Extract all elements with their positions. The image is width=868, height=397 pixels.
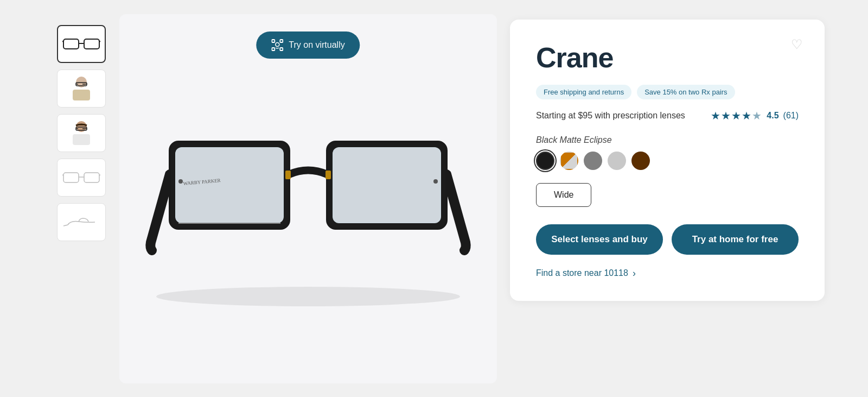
svg-rect-15 [63, 173, 79, 182]
shipping-badge: Free shipping and returns [536, 85, 631, 99]
size-wide-button[interactable]: Wide [536, 183, 591, 207]
color-name: Black Matte Eclipse [536, 135, 799, 145]
page-wrapper: Try on virtually [43, 3, 825, 394]
swatch-tortoise[interactable] [631, 152, 650, 170]
heart-icon: ♡ [791, 37, 803, 52]
thumbnail-sidebar [43, 14, 119, 383]
svg-line-20 [63, 225, 68, 226]
thumbnail-woman[interactable] [57, 114, 106, 152]
svg-rect-23 [272, 48, 275, 51]
try-on-label: Try on virtually [289, 40, 344, 50]
find-store-text: Find a store near 10118 [536, 268, 628, 278]
svg-rect-16 [84, 173, 99, 182]
svg-rect-21 [272, 40, 275, 42]
thumbnail-glasses-front[interactable] [57, 25, 106, 63]
thumbnail-outline[interactable] [57, 159, 106, 197]
wishlist-button[interactable]: ♡ [791, 37, 803, 52]
price-rating-row: Starting at $95 with prescription lenses… [536, 109, 799, 122]
color-swatches [536, 152, 799, 170]
main-image-area: Try on virtually [119, 14, 497, 383]
action-buttons: Select lenses and buy Try at home for fr… [536, 224, 799, 255]
rating-count: (61) [783, 111, 799, 121]
swatch-grey[interactable] [584, 152, 602, 170]
svg-rect-0 [63, 39, 79, 49]
face-scan-icon [271, 39, 283, 51]
badges-container: Free shipping and returns Save 15% on tw… [536, 85, 799, 99]
swatch-black-matte-eclipse[interactable] [536, 152, 554, 170]
svg-point-35 [178, 179, 183, 184]
svg-rect-11 [73, 134, 90, 145]
chevron-right-icon: › [633, 268, 636, 279]
svg-point-38 [156, 287, 460, 306]
svg-rect-6 [73, 90, 90, 100]
size-section: Wide [536, 183, 799, 207]
glasses-svg: WARBY PARKER [140, 90, 476, 307]
save-badge: Save 15% on two Rx pairs [637, 85, 735, 99]
svg-point-36 [433, 179, 438, 184]
svg-rect-22 [280, 40, 283, 42]
swatch-light-grey[interactable] [608, 152, 626, 170]
svg-rect-34 [326, 171, 331, 179]
color-section: Black Matte Eclipse [536, 135, 799, 170]
rating-score: 4.5 [767, 111, 778, 121]
find-store-link[interactable]: Find a store near 10118 › [536, 268, 799, 279]
svg-rect-24 [280, 48, 283, 51]
thumbnail-side-view[interactable] [57, 203, 106, 241]
rating-area: ★★★★★ 4.5 (61) [711, 109, 799, 122]
stars-display: ★★★★★ [711, 109, 762, 122]
svg-rect-31 [333, 147, 441, 223]
try-on-virtually-button[interactable]: Try on virtually [256, 31, 360, 59]
product-panel: ♡ Crane Free shipping and returns Save 1… [510, 20, 825, 301]
select-lenses-buy-button[interactable]: Select lenses and buy [536, 224, 663, 255]
price-text: Starting at $95 with prescription lenses [536, 111, 685, 121]
swatch-amber-fade[interactable] [560, 152, 578, 170]
svg-point-25 [276, 42, 279, 46]
try-at-home-button[interactable]: Try at home for free [672, 224, 799, 255]
thumbnail-man[interactable] [57, 70, 106, 108]
product-name: Crane [536, 41, 799, 74]
glasses-display: WARBY PARKER [124, 68, 493, 329]
svg-rect-33 [285, 171, 291, 179]
svg-rect-1 [84, 39, 99, 49]
